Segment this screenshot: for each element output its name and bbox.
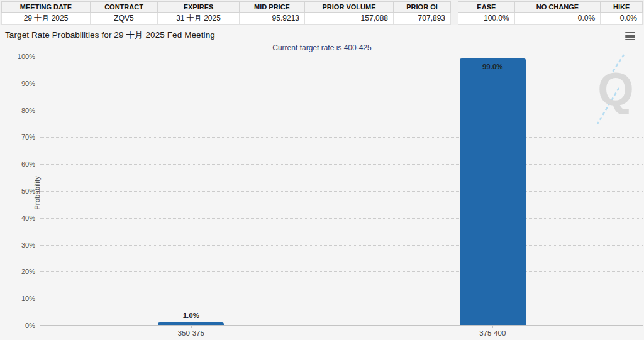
column-header: HIKE [601, 2, 643, 13]
x-category-label: 375-400 [430, 329, 555, 337]
y-tick-label: 60% [21, 160, 35, 168]
column-header: MID PRICE [240, 2, 305, 13]
column-header: NO CHANGE [514, 2, 600, 13]
probability-bar[interactable] [460, 58, 526, 325]
bar-value-label: 99.0% [442, 63, 543, 70]
y-tick-label: 30% [21, 241, 35, 249]
ease-table-header-row: EASENO CHANGEHIKE [458, 2, 643, 13]
gridline [40, 164, 643, 165]
summary-tables: MEETING DATECONTRACTEXPIRESMID PRICEPRIO… [1, 1, 643, 25]
cell-value: ZQV5 [91, 13, 158, 25]
gridline [40, 111, 643, 111]
probability-summary-table: EASENO CHANGEHIKE 100.0%0.0%0.0% [458, 1, 643, 25]
gridline [40, 84, 643, 84]
plot-area: Probability 0%10%20%30%40%50%60%70%80%90… [40, 57, 643, 326]
cell-value: 31 十月 2025 [158, 13, 240, 25]
hamburger-menu-icon[interactable] [625, 31, 636, 41]
contract-table-value-row: 29 十月 2025ZQV531 十月 202595.9213157,08870… [2, 13, 451, 25]
column-header: PRIOR VOLUME [305, 2, 394, 13]
cell-value: 157,088 [305, 13, 394, 25]
x-category-label: 350-375 [128, 329, 254, 337]
cell-value: 100.0% [458, 13, 515, 25]
y-tick-label: 40% [21, 214, 35, 222]
cell-value: 0.0% [601, 13, 643, 25]
probability-chart: Target Rate Probabilities for 29 十月 2025… [0, 25, 644, 340]
contract-info-table: MEETING DATECONTRACTEXPIRESMID PRICEPRIO… [1, 1, 451, 25]
gridline [40, 271, 643, 272]
x-axis-tick [191, 326, 192, 328]
cell-value: 29 十月 2025 [2, 13, 91, 25]
y-tick-label: 20% [21, 268, 35, 275]
column-header: MEETING DATE [2, 2, 91, 13]
x-axis-tick [492, 326, 493, 328]
y-tick-label: 70% [21, 133, 35, 141]
chart-subtitle: Current target rate is 400-425 [0, 43, 644, 52]
y-axis-title: Probability [33, 0, 41, 340]
y-tick-label: 10% [21, 295, 35, 302]
contract-table-header-row: MEETING DATECONTRACTEXPIRESMID PRICEPRIO… [2, 2, 451, 13]
column-header: PRIOR OI [394, 2, 451, 13]
y-tick-label: 80% [21, 107, 35, 114]
cell-value: 95.9213 [240, 13, 305, 25]
gridline [40, 57, 643, 57]
y-tick-label: 90% [21, 80, 35, 87]
column-header: EASE [458, 2, 515, 13]
cell-value: 707,893 [394, 13, 451, 25]
gridline [40, 299, 643, 299]
probability-bar[interactable] [158, 322, 224, 325]
y-tick-label: 0% [25, 322, 35, 329]
y-tick-label: 100% [18, 53, 35, 60]
column-header: CONTRACT [91, 2, 158, 13]
ease-table-value-row: 100.0%0.0%0.0% [458, 13, 643, 25]
bar-value-label: 1.0% [141, 312, 242, 319]
y-tick-label: 50% [21, 187, 35, 195]
gridline [40, 191, 643, 192]
gridline [40, 137, 643, 138]
cell-value: 0.0% [514, 13, 600, 25]
column-header: EXPIRES [158, 2, 240, 13]
gridline [40, 218, 643, 219]
gridline [40, 245, 643, 246]
